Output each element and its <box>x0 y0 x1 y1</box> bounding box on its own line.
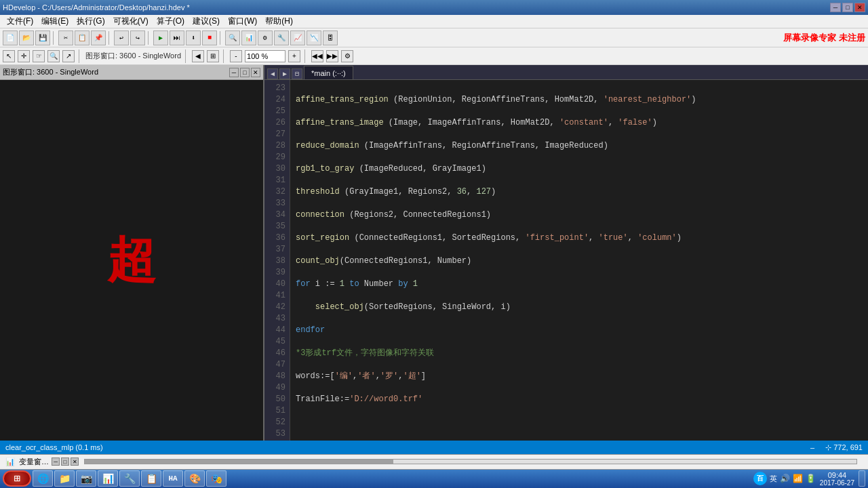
extra-button2[interactable]: 📈 <box>290 30 305 45</box>
extra-button1[interactable]: 🔧 <box>274 30 289 45</box>
window-label: 图形窗口: 3600 - SingleWord <box>85 51 181 61</box>
code-line-25: reduce_domain (ImageAffinTrans, RegionAf… <box>296 140 863 152</box>
tab-nav-next[interactable]: ▶ <box>279 68 290 79</box>
taskbar-game[interactable]: 🎭 <box>206 470 226 487</box>
window-nav-btn[interactable]: ◀ <box>192 50 204 62</box>
open-button[interactable]: 📂 <box>19 30 34 45</box>
stop-button[interactable]: ■ <box>202 30 217 45</box>
save-button[interactable]: 💾 <box>35 30 50 45</box>
tool-hand[interactable]: ☞ <box>33 50 45 62</box>
menu-file[interactable]: 文件(F) <box>3 14 37 28</box>
line-num-44: 44 <box>264 325 290 336</box>
tab-main[interactable]: *main (:··:) <box>304 66 353 79</box>
line-num-37: 37 <box>264 244 290 256</box>
cut-button[interactable]: ✂ <box>58 30 73 45</box>
tab-nav-prev[interactable]: ◀ <box>267 68 278 79</box>
step-into-button[interactable]: ⬇ <box>186 30 201 45</box>
line-num-23: 23 <box>264 83 290 94</box>
show-desktop[interactable] <box>859 470 865 487</box>
line-num-43: 43 <box>264 313 290 325</box>
line-num-42: 42 <box>264 302 290 313</box>
extra-button3[interactable]: 📉 <box>307 30 321 45</box>
code-area[interactable]: 23 24 25 26 27 28 29 30 31 32 33 34 35 3… <box>264 80 868 441</box>
line-num-48: 48 <box>264 371 290 382</box>
panel-maximize[interactable]: □ <box>240 68 250 77</box>
code-content[interactable]: affine_trans_region (RegionUnion, Region… <box>290 80 868 441</box>
status-right: – ⊹ 772, 691 <box>810 443 863 452</box>
window-controls: ─ □ ✕ <box>830 3 865 12</box>
code-line-33: endfor <box>296 325 863 336</box>
redo-button[interactable]: ↪ <box>130 30 145 45</box>
code-line-29: sort_region (ConnectedRegions1, SortedRe… <box>296 232 863 244</box>
ime-lang[interactable]: 英 <box>770 474 777 484</box>
menu-visual[interactable]: 可视化(V) <box>109 14 153 28</box>
step-over-button[interactable]: ⏭ <box>170 30 184 45</box>
taskbar-ha[interactable]: HA <box>163 470 183 487</box>
undo-button[interactable]: ↩ <box>114 30 129 45</box>
fit-window-btn[interactable]: ⊞ <box>207 50 219 62</box>
zoom-out[interactable]: - <box>230 50 242 62</box>
line-num-36: 36 <box>264 232 290 244</box>
close-button[interactable]: ✕ <box>854 3 865 12</box>
taskbar-camera[interactable]: 📷 <box>76 470 96 487</box>
code-line-34: *3形成trf文件，字符图像和字符关联 <box>296 348 863 359</box>
panel-close[interactable]: ✕ <box>251 68 260 77</box>
start-button[interactable]: ⊞ <box>3 470 31 487</box>
taskbar-tool[interactable]: 🔧 <box>119 470 140 487</box>
settings-button[interactable]: ⚙ <box>258 30 273 45</box>
new-button[interactable]: 📄 <box>3 30 18 45</box>
tool-zoom[interactable]: 🔍 <box>47 50 60 62</box>
code-line-36: TrainFile:='D://word0.trf' <box>296 394 863 405</box>
taskbar-palette[interactable]: 🎨 <box>184 470 205 487</box>
zoom-in[interactable]: + <box>288 50 300 62</box>
separator8 <box>304 49 307 63</box>
tool-extra[interactable]: ↗ <box>62 50 75 62</box>
run-button[interactable]: ▶ <box>153 30 168 45</box>
minimize-button[interactable]: ─ <box>830 3 841 12</box>
line-num-47: 47 <box>264 359 290 371</box>
menu-suggest[interactable]: 建议(S) <box>189 14 224 28</box>
tool-crosshair[interactable]: ✛ <box>18 50 30 62</box>
extra-settings[interactable]: ⚙ <box>341 50 353 62</box>
copy-button[interactable]: 📋 <box>75 30 90 45</box>
var-window-label: 变量窗… <box>19 457 49 467</box>
paste-button[interactable]: 📌 <box>91 30 106 45</box>
maximize-button[interactable]: □ <box>842 3 853 12</box>
panel-minimize[interactable]: ─ <box>229 68 239 77</box>
taskbar-clipboard[interactable]: 📋 <box>141 470 161 487</box>
ime-icon: 百 <box>757 474 764 483</box>
folder-icon: 📁 <box>59 473 71 485</box>
line-num-29: 29 <box>264 152 290 163</box>
code-line-37 <box>296 417 863 428</box>
taskbar-chart[interactable]: 📊 <box>98 470 118 487</box>
menu-edit[interactable]: 编辑(E) <box>37 14 73 28</box>
menu-operator[interactable]: 算子(O) <box>153 14 189 28</box>
menu-window[interactable]: 窗口(W) <box>224 14 261 28</box>
ie-icon: 🌐 <box>37 473 49 485</box>
var-close[interactable]: ✕ <box>71 458 79 466</box>
left-panel: 图形窗口: 3600 - SingleWord ─ □ ✕ 超 <box>0 65 264 441</box>
profile-button[interactable]: 📊 <box>241 30 256 45</box>
extra-button4[interactable]: 🎛 <box>323 30 338 45</box>
debug-button[interactable]: 🔍 <box>225 30 240 45</box>
toolbar-row2: ↖ ✛ ☞ 🔍 ↗ 图形窗口: 3600 - SingleWord ◀ ⊞ - … <box>0 47 868 65</box>
taskbar: ⊞ 🌐 📁 📷 📊 🔧 📋 HA 🎨 🎭 <box>0 470 868 488</box>
coord-icon: ⊹ <box>825 443 831 451</box>
tray-icon1: 🔊 <box>780 474 790 483</box>
taskbar-explorer[interactable]: 📁 <box>54 470 75 487</box>
tab-nav-list[interactable]: ⊟ <box>292 68 302 79</box>
nav-right[interactable]: ▶▶ <box>326 50 338 62</box>
taskbar-ie[interactable]: 🌐 <box>33 470 53 487</box>
menu-run[interactable]: 执行(G) <box>73 14 108 28</box>
zoom-input[interactable]: 100 % <box>245 50 285 62</box>
var-minimize[interactable]: ─ <box>52 458 60 466</box>
line-num-50: 50 <box>264 394 290 405</box>
var-restore[interactable]: □ <box>61 458 69 466</box>
nav-left[interactable]: ◀◀ <box>311 50 323 62</box>
ime-button[interactable]: 百 <box>753 472 767 485</box>
tool-pointer[interactable]: ↖ <box>3 50 15 62</box>
menu-help[interactable]: 帮助(H) <box>261 14 297 28</box>
chart-icon: 📊 <box>102 473 114 485</box>
line-num-32: 32 <box>264 186 290 198</box>
separator6 <box>185 49 188 63</box>
